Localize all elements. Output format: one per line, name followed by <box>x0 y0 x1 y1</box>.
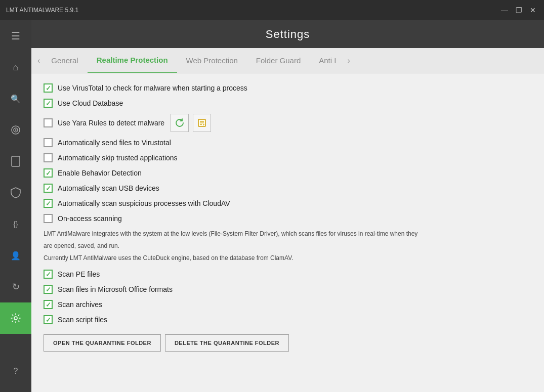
checkbox-behavior-row: Enable Behavior Detection <box>44 168 532 178</box>
tab-realtime-protection[interactable]: Realtime Protection <box>88 48 177 73</box>
sidebar-icon-settings[interactable] <box>0 302 31 334</box>
checkbox-auto-send-label: Automatically send files to Virustotal <box>58 139 171 147</box>
checkbox-skip-trusted-row: Automatically skip trusted applications <box>44 153 532 162</box>
checkbox-scan-scripts-label: Scan script files <box>58 316 107 324</box>
right-panel: Settings ‹ General Realtime Protection W… <box>31 20 544 392</box>
tab-web-protection[interactable]: Web Protection <box>177 48 247 73</box>
yara-edit-button[interactable] <box>193 114 211 132</box>
sidebar-icon-users[interactable]: 👤 <box>0 240 31 271</box>
checkbox-scan-pe[interactable] <box>44 270 53 279</box>
checkbox-virustotal-row: Use VirusTotal to check for malware when… <box>44 83 532 93</box>
minimize-button[interactable]: — <box>499 5 510 15</box>
sidebar-icon-history[interactable]: ↻ <box>0 271 31 302</box>
checkbox-scan-processes-label: Automatically scan suspicious processes … <box>58 199 230 207</box>
checkbox-yara-row: Use Yara Rules to detect malware <box>44 114 532 132</box>
settings-content: Use VirusTotal to check for malware when… <box>31 73 544 392</box>
checkbox-scan-usb[interactable] <box>44 184 53 193</box>
checkbox-scan-archives-row: Scan archives <box>44 300 532 309</box>
footer-buttons: OPEN THE QUARANTINE FOLDER DELETE THE QU… <box>44 334 532 352</box>
app-window: LMT ANTIMALWARE 5.9.1 — ❐ ✕ ☰ ⌂ 🔍 <box>0 0 544 392</box>
checkbox-behavior[interactable] <box>44 168 53 178</box>
checkbox-cloud-db-row: Use Cloud Database <box>44 99 532 108</box>
checkbox-scan-scripts-row: Scan script files <box>44 315 532 324</box>
checkbox-scan-usb-label: Automatically scan USB devices <box>58 184 159 192</box>
sidebar-icon-tablet[interactable] <box>0 146 31 177</box>
sidebar-icon-shield[interactable] <box>0 177 31 208</box>
tab-anti-more[interactable]: Anti I <box>310 48 345 73</box>
tab-general[interactable]: General <box>42 48 87 73</box>
sidebar-icon-search[interactable]: 🔍 <box>0 83 31 114</box>
checkbox-cloud-db[interactable] <box>44 99 53 108</box>
checkbox-on-access-label: On-access scanning <box>58 214 122 223</box>
checkbox-scan-usb-row: Automatically scan USB devices <box>44 184 532 193</box>
sidebar-icon-help[interactable]: ? <box>0 356 31 387</box>
checkbox-scan-scripts[interactable] <box>44 315 53 324</box>
tab-bar: ‹ General Realtime Protection Web Protec… <box>31 48 544 73</box>
info-line-3: Currently LMT AntiMalware uses the CuteD… <box>44 253 532 263</box>
checkbox-auto-send-row: Automatically send files to Virustotal <box>44 138 532 147</box>
tab-arrow-right[interactable]: › <box>345 56 352 65</box>
checkbox-scan-office[interactable] <box>44 285 53 294</box>
checkbox-scan-archives-label: Scan archives <box>58 300 102 309</box>
checkbox-skip-trusted-label: Automatically skip trusted applications <box>58 154 178 162</box>
checkbox-behavior-label: Enable Behavior Detection <box>58 169 142 177</box>
sidebar-icon-brackets[interactable]: {} <box>0 208 31 240</box>
app-title: LMT ANTIMALWARE 5.9.1 <box>6 7 78 14</box>
checkbox-scan-pe-row: Scan PE files <box>44 270 532 279</box>
svg-rect-3 <box>12 156 20 166</box>
checkbox-yara[interactable] <box>44 118 53 127</box>
svg-point-2 <box>15 129 17 131</box>
checkbox-scan-pe-label: Scan PE files <box>58 270 100 278</box>
delete-quarantine-button[interactable]: DELETE THE QUARANTINE FOLDER <box>165 334 289 352</box>
app-body: ☰ ⌂ 🔍 {} 👤 ↻ <box>0 20 544 392</box>
main-area: ‹ General Realtime Protection Web Protec… <box>31 48 544 392</box>
checkbox-auto-send[interactable] <box>44 138 53 147</box>
checkbox-on-access[interactable] <box>44 214 53 223</box>
info-line-2: are opened, saved, and run. <box>44 241 532 250</box>
open-quarantine-button[interactable]: OPEN THE QUARANTINE FOLDER <box>44 334 161 352</box>
checkbox-cloud-db-label: Use Cloud Database <box>58 99 123 107</box>
checkbox-scan-processes[interactable] <box>44 199 53 208</box>
checkbox-skip-trusted[interactable] <box>44 153 53 162</box>
page-title: Settings <box>266 28 310 41</box>
svg-point-4 <box>14 317 17 320</box>
checkbox-scan-office-label: Scan files in Microsoft Office formats <box>58 285 173 293</box>
close-button[interactable]: ✕ <box>528 5 538 15</box>
checkbox-scan-processes-row: Automatically scan suspicious processes … <box>44 199 532 208</box>
sidebar-icon-target[interactable] <box>0 114 31 146</box>
checkbox-on-access-row: On-access scanning <box>44 214 532 223</box>
page-header: Settings <box>31 20 544 48</box>
checkbox-yara-label: Use Yara Rules to detect malware <box>58 119 164 127</box>
sidebar-icon-menu[interactable]: ☰ <box>0 20 31 52</box>
tab-folder-guard[interactable]: Folder Guard <box>247 48 310 73</box>
sidebar: ☰ ⌂ 🔍 {} 👤 ↻ <box>0 20 31 392</box>
yara-refresh-button[interactable] <box>171 114 189 132</box>
sidebar-icon-home[interactable]: ⌂ <box>0 52 31 83</box>
title-bar: LMT ANTIMALWARE 5.9.1 — ❐ ✕ <box>0 0 544 20</box>
title-bar-controls: — ❐ ✕ <box>499 5 538 15</box>
checkbox-scan-office-row: Scan files in Microsoft Office formats <box>44 285 532 294</box>
checkbox-virustotal[interactable] <box>44 83 53 93</box>
checkbox-virustotal-label: Use VirusTotal to check for malware when… <box>58 84 247 92</box>
checkbox-scan-archives[interactable] <box>44 300 53 309</box>
maximize-button[interactable]: ❐ <box>514 5 524 15</box>
tab-arrow-left[interactable]: ‹ <box>35 56 42 65</box>
info-line-1: LMT AntiMalware integrates with the syst… <box>44 229 532 238</box>
